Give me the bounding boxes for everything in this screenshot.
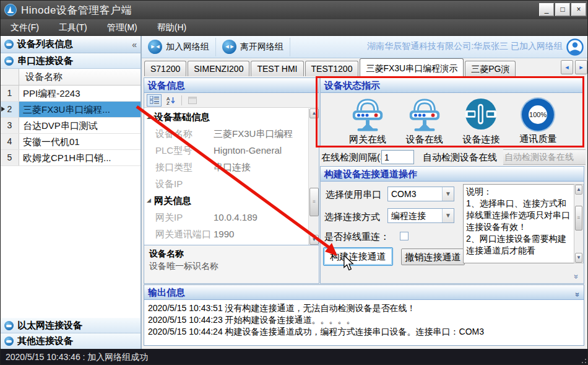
build-channel-panel: 构建设备连接通道操作 选择使用串口 COM3 ▼ 选择连接方式 编程连接 ▼ 是… <box>320 166 584 284</box>
tab-mitsubishi-pg[interactable]: 三菱PG演 <box>465 61 516 76</box>
device-online-label: 设备在线 <box>406 134 443 146</box>
device-row-3[interactable]: 3 台达DVP串口测试 <box>1 118 141 134</box>
tab-mitsubishi-fx3u-active[interactable]: 三菱FX3U串口编程演示 <box>360 58 464 76</box>
sidebar-header[interactable]: 设备列表信息 « <box>1 36 141 53</box>
mode-select-combo[interactable]: 编程连接 ▼ <box>387 208 454 223</box>
prop-interface-type[interactable]: 接口类型 串口连接 <box>144 159 319 175</box>
device-row-5[interactable]: 5 欧姆龙CP1H串口销... <box>1 150 141 166</box>
resize-grip[interactable] <box>581 358 587 364</box>
device-connect-indicator: 设备连接 <box>453 97 510 146</box>
other-devices-group[interactable]: 其他连接设备 <box>1 333 141 349</box>
scroll-down-icon[interactable]: ▼ <box>575 253 582 263</box>
row-number: 1 <box>1 86 19 101</box>
tab-scroll-right-icon[interactable]: ▸ <box>575 60 587 74</box>
output-header: 输出信息 « <box>144 285 584 300</box>
property-grid-scrollbar[interactable]: ▲ ≡ ▼ <box>308 108 319 245</box>
maximize-button[interactable]: □ <box>555 3 570 16</box>
row-number: 2 <box>1 102 19 117</box>
join-network-button[interactable]: ►◄ 加入网络组 <box>142 38 216 56</box>
dropdown-arrow-icon[interactable]: ▼ <box>442 209 454 222</box>
sidebar-title: 设备列表信息 <box>17 38 128 50</box>
dropdown-arrow-icon[interactable]: ▼ <box>442 187 454 201</box>
output-title: 输出信息 <box>148 287 185 297</box>
category-expander-icon[interactable]: ◢ <box>147 108 151 125</box>
categorized-view-icon[interactable] <box>147 94 162 107</box>
collapse-output-icon[interactable]: « <box>569 292 584 297</box>
property-grid: ◢ 设备基础信息 设备名称 三菱FX3U串口编程 PLC型号 Hignton-G… <box>144 108 319 245</box>
device-status-header: 设备状态指示 <box>321 78 584 93</box>
prop-gateway-ip[interactable]: 网关IP 10.0.4.189 <box>144 209 319 226</box>
menu-tools[interactable]: 工具(T) <box>49 19 97 35</box>
serial-devices-group[interactable]: 串口连接设备 <box>1 53 141 69</box>
menu-manage[interactable]: 管理(M) <box>97 19 147 35</box>
window-title: Hinode设备管理客户端 <box>21 3 132 17</box>
log-line: 2020/5/15 10:43:51 没有构建连接通道，无法自动检测设备是否在线… <box>148 302 580 314</box>
log-line: 2020/5/15 10:44:24 构建设备连接通道成功，编程方式连接串口设备… <box>148 326 580 338</box>
device-row-1[interactable]: 1 PPI编程-2243 <box>1 86 141 102</box>
prop-device-name[interactable]: 设备名称 三菱FX3U串口编程 <box>144 125 319 142</box>
row-number: 4 <box>1 134 19 149</box>
comm-quality-value: 100% <box>529 105 547 124</box>
note-scrollbar[interactable]: ▲ ≡ ▼ <box>574 184 584 263</box>
device-info-header: 设备信息 <box>144 78 319 93</box>
minimize-button[interactable]: _ <box>539 3 554 16</box>
tab-scroll-left-icon[interactable]: ◂ <box>561 60 573 74</box>
tab-simenzi200[interactable]: SIMENZI200 <box>188 61 249 76</box>
title-bar: Hinode设备管理客户端 _ □ × <box>1 1 588 19</box>
menu-file[interactable]: 文件(F) <box>1 19 49 35</box>
ethernet-devices-group[interactable]: 以太网连接设备 <box>1 318 141 333</box>
device-row-4[interactable]: 4 安徽一代机01 <box>1 134 141 150</box>
device-table-header: 设备名称 <box>1 69 141 86</box>
scroll-up-icon[interactable]: ▲ <box>575 185 582 195</box>
scrollbar-thumb[interactable]: ≡ <box>575 206 582 231</box>
prop-plc-model[interactable]: PLC型号 Hignton-General <box>144 142 319 159</box>
category-expander-icon[interactable]: ◢ <box>147 192 151 209</box>
auto-detect-button[interactable]: 自动检测设备在线 <box>503 149 586 165</box>
device-tab-strip: S71200 SIMENZI200 TEST HMI TEST1200 三菱FX… <box>142 58 588 76</box>
tab-test-hmi[interactable]: TEST HMI <box>251 61 303 76</box>
leave-network-icon: ◄► <box>222 40 236 54</box>
auto-detect-button-clip: 自动检测设备在线 <box>503 149 586 165</box>
device-connect-label: 设备连接 <box>462 134 499 146</box>
close-button[interactable]: × <box>571 3 586 16</box>
menu-help[interactable]: 帮助(H) <box>147 19 196 35</box>
menu-bar: 文件(F) 工具(T) 管理(M) 帮助(H) <box>1 19 588 36</box>
tab-s71200[interactable]: S71200 <box>144 61 186 76</box>
category-basic-info[interactable]: ◢ 设备基础信息 <box>144 108 319 125</box>
tab-test1200[interactable]: TEST1200 <box>305 61 359 76</box>
device-info-panel: 设备信息 A Z <box>144 77 319 284</box>
prop-gateway-port[interactable]: 网关通讯端口 1990 <box>144 226 319 242</box>
collapse-sidebar-icon[interactable]: « <box>132 40 137 50</box>
serial-group-icon <box>4 56 14 66</box>
destroy-channel-button[interactable]: 撤销连接通道 <box>401 248 465 265</box>
auto-detect-label: 自动检测设备在线 <box>423 152 497 164</box>
device-row-2-selected[interactable]: 2 三菱FX3U串口编程... <box>1 102 141 118</box>
online-detect-row: 在线检测间隔(秒 自动检测设备在线 自动检测设备在线 <box>320 149 586 166</box>
reconnect-checkbox[interactable] <box>400 232 409 240</box>
gateway-online-indicator: 网关在线 <box>339 97 396 146</box>
collapse-panel-icon[interactable]: « <box>571 275 580 279</box>
log-line: 2020/5/15 10:44:23 开始构建设备连接通道。。。。。 <box>148 314 580 326</box>
output-log[interactable]: 2020/5/15 10:43:51 没有构建连接通道，无法自动检测设备是否在线… <box>144 300 584 340</box>
comm-quality-icon: 100% <box>522 99 554 131</box>
svg-text:Z: Z <box>166 100 170 105</box>
scroll-down-icon[interactable]: ▼ <box>309 235 319 245</box>
interval-input[interactable] <box>381 150 414 164</box>
comm-quality-label: 通讯质量 <box>519 133 556 145</box>
leave-network-button[interactable]: ◄► 离开网络组 <box>216 38 290 56</box>
scrollbar-thumb[interactable]: ≡ <box>309 188 319 216</box>
alphabetical-sort-icon[interactable]: A Z <box>163 94 178 107</box>
app-window: Hinode设备管理客户端 _ □ × 文件(F) 工具(T) 管理(M) 帮助… <box>0 0 588 365</box>
selected-row-marker <box>1 107 5 112</box>
device-connect-icon <box>464 97 498 133</box>
other-group-icon <box>4 336 14 346</box>
name-column-header: 设备名称 <box>19 69 63 85</box>
category-gateway-info[interactable]: ◢ 网关信息 <box>144 192 319 209</box>
output-panel: 输出信息 « 2020/5/15 10:43:51 没有构建连接通道，无法自动检… <box>144 284 584 346</box>
user-avatar-icon[interactable] <box>566 38 584 56</box>
network-toolbar: ►◄ 加入网络组 ◄► 离开网络组 湖南华辰智通科技有限公司:华辰张三 已加入网… <box>142 36 588 58</box>
build-channel-button[interactable]: 构建连接通道 <box>323 247 393 266</box>
prop-device-ip[interactable]: 设备IP <box>144 175 319 192</box>
scroll-up-icon[interactable]: ▲ <box>309 108 319 118</box>
port-select-combo[interactable]: COM3 ▼ <box>387 187 454 201</box>
